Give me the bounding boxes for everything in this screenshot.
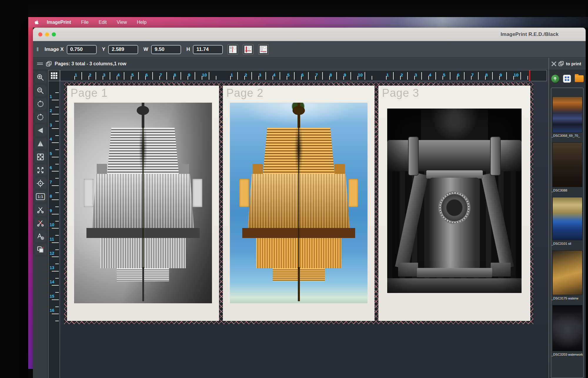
ruler-corner-grid-button[interactable] [48,70,60,81]
zoom-out-icon [36,87,44,95]
workspace: 1:1 [33,70,549,378]
screen-bezel-top [0,0,588,17]
zoom-in-button[interactable] [34,71,47,84]
menu-item-file[interactable]: File [81,20,89,25]
page-2[interactable]: Page 2 [223,86,375,321]
toolbar-drag-handle[interactable]: ‖ [36,46,39,53]
layout-preset-3-icon [260,46,267,53]
thumbnail-filename: _DSC3203 waterwork [552,353,583,356]
page-1-photo-bw-grain-elevator[interactable] [74,103,212,303]
move-up-button[interactable] [551,75,559,83]
thumbnail-dsc3088[interactable] [553,143,582,187]
thumbnail-panel[interactable]: _DSC3068_69_70_ _DSC3088 _DSC3101 sil _D… [551,88,584,378]
title-bar[interactable]: ImagePrint R.E.D./Black [33,28,586,41]
zoom-window-button[interactable] [52,32,56,36]
layout-canvas[interactable]: Page 1 [60,81,549,378]
window-content: Pages: 3 total - 3 columns,1 row [33,58,586,378]
thumbnail-filename: _DSC3175 waterw [552,297,583,300]
screen-bezel-right [586,0,588,378]
thumbnail-filename: _DSC3101 sil [552,242,583,245]
window-title: ImagePrint R.E.D./Black [501,28,559,41]
image-h-field[interactable]: 11.74 [193,45,223,54]
rotate-cw-button[interactable] [34,111,47,123]
imageprint-window: ImagePrint R.E.D./Black ‖ Image X 0.750 … [33,28,586,378]
center-target-button[interactable] [34,177,47,189]
fit-to-window-button[interactable] [34,151,47,163]
rotate-ccw-icon [36,100,44,108]
printable-area-hatch: Page 1 [64,82,533,324]
duplicate-page-icon [36,246,44,254]
thumbnail-dsc3175[interactable] [553,251,582,295]
desktop-wallpaper-strip [28,28,33,369]
add-text-icon [36,232,44,240]
pages-bar: Pages: 3 total - 3 columns,1 row [33,58,549,70]
page-3[interactable]: Page 3 [378,86,530,321]
page-3-photo-industrial-valve[interactable] [387,109,522,293]
image-y-field[interactable]: 2.589 [108,45,138,54]
image-x-field[interactable]: 0.750 [67,45,97,54]
page-3-label: Page 3 [382,87,419,99]
flip-horizontal-button[interactable] [34,124,47,136]
one-to-one-icon: 1:1 [36,193,45,200]
copy-pages-icon[interactable] [558,61,564,66]
actual-size-button[interactable]: 1:1 [34,190,47,203]
zoom-in-icon [36,74,44,81]
image-w-field[interactable]: 9.50 [151,45,181,54]
queue-actions [549,72,586,85]
thumbnail-grid-button[interactable] [563,75,571,83]
ruler-print-marker [529,70,530,81]
thumbnail-dsc3203[interactable] [553,305,582,351]
duplicate-page-button[interactable] [34,243,47,256]
menu-item-view[interactable]: View [117,20,127,25]
cut-scissors-red-button[interactable] [34,217,47,229]
layout-preset-2-icon [244,46,252,53]
image-w-label: W [143,46,148,52]
tool-palette: 1:1 [33,70,48,378]
zoom-out-button[interactable] [34,84,47,97]
scissors-red-icon [36,219,44,227]
horizontal-ruler: 123456789101234567891012345678910 [60,70,547,81]
up-arrow-icon [553,76,557,81]
menu-item-help[interactable]: Help [137,20,146,25]
grid-icon [51,72,57,79]
image-y-label: Y [102,46,105,52]
expand-view-button[interactable] [34,164,47,176]
flip-vertical-button[interactable] [34,137,47,150]
page-1[interactable]: Page 1 [67,86,219,321]
menu-bar: ImagePrint File Edit View Help [28,17,588,28]
expand-view-icon [36,166,44,174]
main-column: Pages: 3 total - 3 columns,1 row [33,58,549,378]
close-queue-icon[interactable] [551,61,557,66]
crop-scissors-button[interactable] [34,204,47,216]
thumbnail-filename: _DSC3068_69_70_ [552,134,583,137]
layout-preset-1-button[interactable] [228,44,238,55]
print-queue-header: to print [549,58,586,70]
menu-item-edit[interactable]: Edit [98,20,107,25]
thumbnail-dsc3101[interactable] [553,197,582,240]
rotate-ccw-button[interactable] [34,98,47,110]
rotate-cw-icon [36,113,44,121]
fit-to-window-icon [36,153,44,161]
pages-bar-drag-handle[interactable] [37,62,43,66]
minimize-window-button[interactable] [45,32,49,36]
apple-menu[interactable] [35,20,39,25]
layout-preset-2-button[interactable] [243,44,253,55]
flip-vertical-icon [36,140,44,148]
menu-app-name[interactable]: ImagePrint [47,20,71,25]
thumbnail-dsc3068[interactable] [553,97,582,132]
pages-icon [46,61,52,67]
layout-preset-1-icon [229,46,237,53]
close-window-button[interactable] [38,32,42,36]
print-queue-sidebar: to print _DSC3068_69_70_ _DSC3088 _DSC31… [549,58,586,378]
add-text-button[interactable] [34,230,47,242]
center-target-icon [36,179,44,187]
print-queue-title: to print [566,61,581,66]
vertical-ruler: 12345678910111213141516 [48,81,60,378]
screen-bezel-left [0,0,28,378]
layout-preset-3-button[interactable] [258,44,269,55]
page-2-photo-color-grain-elevator[interactable] [230,103,368,303]
open-folder-button[interactable] [575,75,584,82]
flip-horizontal-icon [36,126,44,134]
page-2-label: Page 2 [226,87,263,99]
thumbnail-filename: _DSC3088 [552,189,583,192]
